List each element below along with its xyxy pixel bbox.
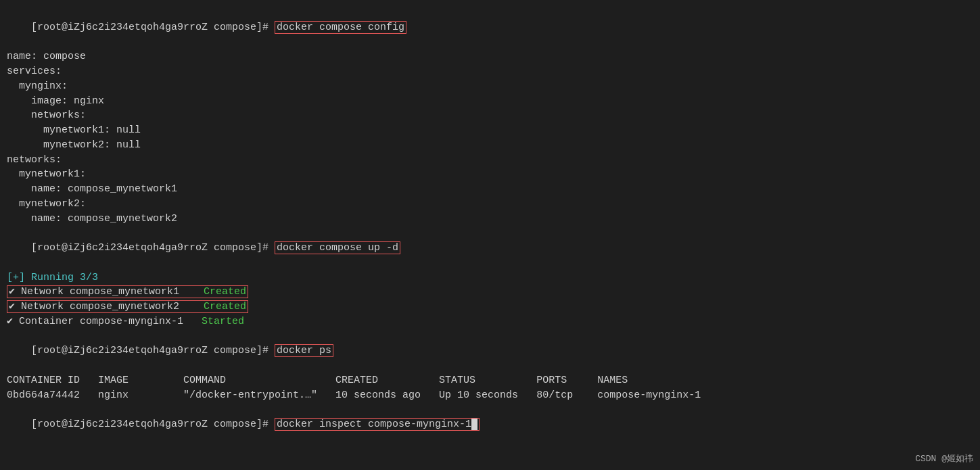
prompt-1: [root@iZj6c2i234etqoh4ga9rroZ compose]#	[31, 22, 275, 33]
table-header: CONTAINER ID IMAGE COMMAND CREATED STATU…	[7, 373, 973, 388]
check-3: ✔	[7, 316, 13, 327]
line-11: name: compose_mynetwork1	[7, 182, 973, 197]
terminal: [root@iZj6c2i234etqoh4ga9rroZ compose]# …	[0, 0, 980, 470]
network1-created-box: ✔ Network compose_mynetwork1 Created	[7, 285, 248, 298]
line-6: networks:	[7, 108, 973, 123]
line-4: mynginx:	[7, 79, 973, 94]
line-12: mynetwork2:	[7, 197, 973, 212]
line-7: mynetwork1: null	[7, 123, 973, 138]
cmd-3: docker ps	[275, 344, 333, 357]
line-14: [root@iZj6c2i234etqoh4ga9rroZ compose]# …	[7, 226, 973, 270]
line-22: [root@iZj6c2i234etqoh4ga9rroZ compose]# …	[7, 402, 973, 446]
prompt-3: [root@iZj6c2i234etqoh4ga9rroZ compose]#	[31, 345, 275, 356]
line-13: name: compose_mynetwork2	[7, 212, 973, 227]
running-text: [+] Running 3/3	[7, 272, 98, 283]
line-19: [root@iZj6c2i234etqoh4ga9rroZ compose]# …	[7, 329, 973, 373]
line-9: networks:	[7, 153, 973, 168]
status-started: Started	[202, 316, 244, 327]
line-18: ✔ Container compose-mynginx-1 Started	[7, 314, 973, 329]
line-17: ✔ Network compose_mynetwork2 Created	[7, 300, 973, 314]
cmd-2: docker compose up -d	[275, 241, 400, 254]
cmd-1: docker compose config	[275, 21, 406, 34]
status-created-2: Created	[204, 301, 246, 312]
check-2: ✔	[9, 301, 15, 312]
prompt-4: [root@iZj6c2i234etqoh4ga9rroZ compose]#	[31, 419, 275, 430]
cmd-4: docker inspect compose-mynginx-1	[275, 418, 480, 431]
prompt-2: [root@iZj6c2i234etqoh4ga9rroZ compose]#	[31, 242, 275, 254]
line-15: [+] Running 3/3	[7, 271, 973, 285]
line-5: image: nginx	[7, 94, 973, 109]
line-2: name: compose	[7, 49, 973, 64]
line-8: mynetwork2: null	[7, 138, 973, 153]
line-10: mynetwork1:	[7, 167, 973, 182]
network2-created-box: ✔ Network compose_mynetwork2 Created	[7, 300, 248, 313]
table-row-1: 0bd664a74442 nginx "/docker-entrypoint.……	[7, 388, 973, 403]
watermark: CSDN @姬如祎	[915, 453, 973, 466]
check-1: ✔	[9, 286, 15, 298]
line-1: [root@iZj6c2i234etqoh4ga9rroZ compose]# …	[7, 5, 973, 49]
status-created-1: Created	[204, 286, 246, 298]
line-16: ✔ Network compose_mynetwork1 Created	[7, 285, 973, 300]
line-3: services:	[7, 64, 973, 79]
